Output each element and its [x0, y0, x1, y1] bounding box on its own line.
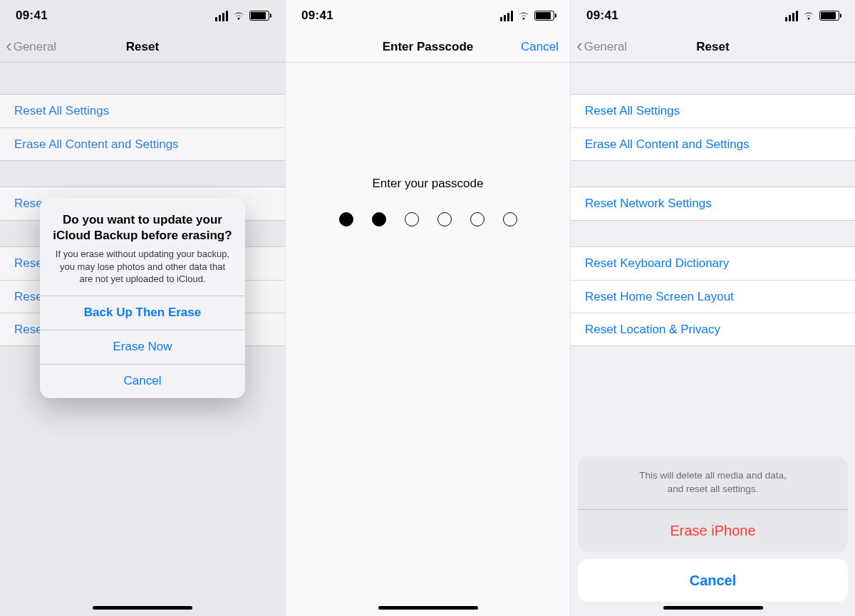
back-button[interactable]: ‹General [6, 40, 56, 54]
alert-message: If you erase without updating your backu… [53, 248, 232, 286]
nav-bar: ‹General Reset [571, 31, 855, 63]
home-indicator[interactable] [663, 606, 763, 610]
alert-title: Do you want to update your iCloud Backup… [53, 212, 232, 244]
cell-reset-location[interactable]: Reset Location & Privacy [571, 313, 855, 345]
passcode-dot-4 [437, 212, 452, 226]
passcode-dot-5 [470, 212, 484, 226]
erase-action-sheet: This will delete all media and data, and… [578, 456, 848, 602]
passcode-dots [286, 212, 570, 226]
nav-bar: Enter Passcode Cancel [286, 31, 570, 63]
status-time: 09:41 [301, 9, 333, 23]
sheet-message: This will delete all media and data, and… [578, 456, 848, 509]
passcode-area: Enter your passcode [286, 63, 570, 616]
nav-bar: ‹General Reset [0, 31, 285, 63]
passcode-dot-6 [503, 212, 517, 226]
backup-then-erase-button[interactable]: Back Up Then Erase [40, 296, 245, 330]
home-indicator[interactable] [378, 606, 478, 610]
status-bar: 09:41 [286, 0, 570, 31]
cell-erase-all[interactable]: Erase All Content and Settings [571, 127, 855, 160]
home-indicator[interactable] [93, 606, 192, 610]
screen-reset-confirm-sheet: 09:41 ‹General Reset Reset All Settings … [570, 0, 855, 616]
nav-title: Reset [126, 40, 159, 54]
cellular-icon [215, 11, 228, 21]
status-indicators [215, 11, 269, 21]
passcode-prompt: Enter your passcode [286, 177, 570, 191]
back-button[interactable]: ‹General [576, 40, 627, 54]
status-indicators [500, 11, 554, 21]
passcode-dot-1 [339, 212, 353, 226]
passcode-dot-3 [405, 212, 419, 226]
wifi-icon [232, 11, 245, 21]
nav-title: Enter Passcode [383, 40, 474, 54]
status-indicators [785, 11, 839, 21]
cell-reset-home[interactable]: Reset Home Screen Layout [571, 280, 855, 313]
back-label: General [14, 40, 56, 54]
cell-erase-all[interactable]: Erase All Content and Settings [0, 127, 285, 160]
back-label: General [584, 40, 627, 54]
alert-cancel-button[interactable]: Cancel [40, 364, 245, 398]
status-bar: 09:41 [0, 0, 285, 31]
status-bar: 09:41 [571, 0, 855, 31]
status-time: 09:41 [586, 9, 618, 23]
battery-icon [534, 11, 554, 21]
erase-iphone-button[interactable]: Erase iPhone [578, 509, 848, 552]
cell-reset-all-settings[interactable]: Reset All Settings [0, 95, 285, 127]
wifi-icon [517, 11, 530, 21]
cell-reset-keyboard[interactable]: Reset Keyboard Dictionary [571, 247, 855, 280]
nav-title: Reset [696, 40, 729, 54]
status-time: 09:41 [16, 9, 48, 23]
battery-icon [249, 11, 269, 21]
passcode-cancel-button[interactable]: Cancel [521, 40, 559, 54]
cellular-icon [785, 11, 798, 21]
backup-alert: Do you want to update your iCloud Backup… [40, 198, 245, 398]
cell-reset-all-settings[interactable]: Reset All Settings [571, 95, 855, 127]
cellular-icon [500, 11, 513, 21]
passcode-dot-2 [372, 212, 386, 226]
erase-now-button[interactable]: Erase Now [40, 330, 245, 364]
screen-enter-passcode: 09:41 Enter Passcode Cancel Enter your p… [285, 0, 570, 616]
screen-reset-backup-alert: 09:41 ‹General Reset Reset All Settings … [0, 0, 285, 616]
battery-icon [819, 11, 839, 21]
cell-reset-network[interactable]: Reset Network Settings [571, 187, 855, 220]
sheet-cancel-button[interactable]: Cancel [578, 559, 848, 602]
wifi-icon [802, 11, 815, 21]
